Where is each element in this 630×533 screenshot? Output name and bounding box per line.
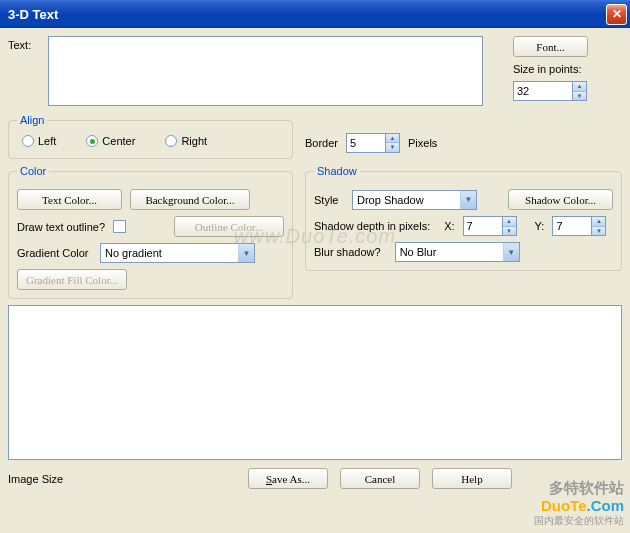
shadow-color-button[interactable]: Shadow Color... <box>508 189 613 210</box>
shadow-style-combo[interactable]: Drop Shadow ▼ <box>352 190 477 210</box>
image-size-label: Image Size <box>8 473 63 485</box>
chevron-down-icon: ▼ <box>238 244 254 262</box>
shadow-group: Shadow Style Drop Shadow ▼ Shadow Color.… <box>305 165 622 271</box>
border-input[interactable] <box>346 133 386 153</box>
window-title: 3-D Text <box>8 7 606 22</box>
color-group: Color Text Color... Background Color... … <box>8 165 293 299</box>
gradient-label: Gradient Color <box>17 247 92 259</box>
save-as-button[interactable]: Save As... <box>248 468 328 489</box>
cancel-button[interactable]: Cancel <box>340 468 420 489</box>
outline-color-button: Outline Color... <box>174 216 284 237</box>
blur-combo[interactable]: No Blur ▼ <box>395 242 520 262</box>
size-label: Size in points: <box>513 63 581 75</box>
font-button[interactable]: Font... <box>513 36 588 57</box>
align-left-radio[interactable]: Left <box>22 135 56 147</box>
shadow-y-label: Y: <box>535 220 545 232</box>
shadow-x-label: X: <box>444 220 454 232</box>
text-color-button[interactable]: Text Color... <box>17 189 122 210</box>
chevron-down-icon: ▼ <box>460 191 476 209</box>
border-spinner[interactable]: ▲▼ <box>385 133 400 153</box>
text-label: Text: <box>8 36 48 51</box>
border-unit: Pixels <box>408 137 437 149</box>
close-icon[interactable]: ✕ <box>606 4 627 25</box>
title-bar: 3-D Text ✕ <box>0 0 630 28</box>
size-input[interactable] <box>513 81 573 101</box>
shadow-depth-label: Shadow depth in pixels: <box>314 220 430 232</box>
align-center-radio[interactable]: Center <box>86 135 135 147</box>
shadow-x-input[interactable] <box>463 216 503 236</box>
shadow-y-input[interactable] <box>552 216 592 236</box>
color-legend: Color <box>17 165 49 177</box>
text-input[interactable] <box>48 36 483 106</box>
preview-area <box>8 305 622 460</box>
blur-label: Blur shadow? <box>314 246 381 258</box>
shadow-legend: Shadow <box>314 165 360 177</box>
help-button[interactable]: Help <box>432 468 512 489</box>
shadow-style-label: Style <box>314 194 344 206</box>
size-spinner[interactable]: ▲▼ <box>572 81 587 101</box>
align-legend: Align <box>17 114 47 126</box>
shadow-y-spinner[interactable]: ▲▼ <box>591 216 606 236</box>
align-group: Align Left Center Right <box>8 114 293 159</box>
align-right-radio[interactable]: Right <box>165 135 207 147</box>
shadow-x-spinner[interactable]: ▲▼ <box>502 216 517 236</box>
border-label: Border <box>305 137 338 149</box>
chevron-down-icon: ▼ <box>503 243 519 261</box>
gradient-combo[interactable]: No gradient ▼ <box>100 243 255 263</box>
outline-label: Draw text outline? <box>17 221 105 233</box>
gradient-fill-button: Gradient Fill Color... <box>17 269 127 290</box>
outline-checkbox[interactable] <box>113 220 126 233</box>
bg-color-button[interactable]: Background Color... <box>130 189 250 210</box>
